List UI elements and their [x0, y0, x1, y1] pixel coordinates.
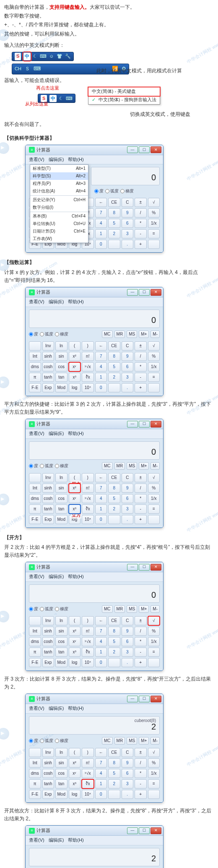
key-Mod[interactable]: Mod [55, 790, 67, 799]
key-8[interactable]: 8 [108, 484, 120, 493]
key-cosh[interactable]: cosh [42, 362, 54, 371]
minimize-button[interactable]: — [127, 146, 138, 153]
key-([interactable]: ( [69, 748, 81, 757]
key-C[interactable]: C [122, 198, 134, 207]
mem-mc[interactable]: MC [102, 330, 113, 338]
key-cos[interactable]: cos [55, 769, 67, 778]
menu-view[interactable]: 查看(V) [29, 573, 44, 581]
menu-view[interactable]: 查看(V) [29, 430, 44, 438]
mem-mplus[interactable]: M+ [139, 605, 149, 613]
key-6[interactable]: 6 [122, 494, 134, 503]
key-Exp[interactable]: Exp [42, 790, 54, 799]
key-1/x[interactable]: 1/x [148, 219, 160, 228]
key-ʸ√x[interactable]: ʸ√x [82, 494, 94, 503]
key-blank[interactable] [108, 515, 120, 524]
key-0[interactable]: 0 [95, 240, 107, 249]
mode-rad[interactable]: 弧度 [40, 462, 53, 470]
menu-item-unit[interactable]: 单位转换(U)Ctrl+U [30, 220, 88, 228]
minimize-button[interactable]: — [127, 564, 138, 571]
key-Exp[interactable]: Exp [42, 383, 54, 392]
key-4[interactable]: 4 [95, 362, 107, 371]
key-±[interactable]: ± [135, 616, 147, 625]
key-n![interactable]: n! [82, 352, 94, 361]
key-1[interactable]: 1 [95, 648, 107, 657]
key-6[interactable]: 6 [122, 637, 134, 646]
menu-item-programmer[interactable]: 程序员(P)Alt+3 [30, 180, 88, 187]
key-2[interactable]: 2 [108, 779, 120, 789]
moon-icon[interactable]: ☾ [59, 95, 63, 102]
key-5[interactable]: 5 [108, 769, 120, 778]
close-button[interactable]: ✕ [151, 827, 161, 834]
key-∛x[interactable]: ∛x [82, 779, 94, 789]
key-π[interactable]: π [29, 504, 41, 514]
mem-mplus[interactable]: M+ [139, 737, 149, 745]
key-9[interactable]: 9 [122, 627, 134, 636]
key-%[interactable]: % [148, 627, 160, 636]
key-/[interactable]: / [135, 208, 147, 218]
key-Exp[interactable]: Exp [42, 515, 54, 524]
mode-grad[interactable]: 梯度 [55, 737, 68, 745]
key-sinh[interactable]: sinh [42, 758, 54, 768]
menu-item-basic[interactable]: 基本(B)Ctrl+F4 [30, 213, 88, 220]
keyboard-icon[interactable]: ⌨ [34, 65, 41, 73]
tool-icon[interactable]: 🔧 [65, 53, 71, 60]
key-.[interactable]: . [122, 790, 134, 799]
key-blank[interactable] [108, 658, 120, 667]
key-)[interactable]: ) [82, 341, 94, 351]
menu-edit[interactable]: 编辑(E) [49, 156, 64, 164]
key-5[interactable]: 5 [108, 637, 120, 646]
key-√[interactable]: √ [148, 341, 160, 351]
key-([interactable]: ( [69, 341, 81, 351]
key-blank[interactable] [148, 383, 160, 392]
key-x³[interactable]: x³ [69, 504, 81, 514]
key-10ˣ[interactable]: 10ˣ [82, 383, 94, 392]
menu-edit[interactable]: 编辑(E) [49, 298, 64, 306]
key-n![interactable]: n! [82, 484, 94, 493]
key-10ˣ[interactable]: 10ˣ [82, 790, 94, 799]
key-C[interactable]: C [122, 748, 134, 757]
key-π[interactable]: π [29, 648, 41, 657]
key-4[interactable]: 4 [95, 637, 107, 646]
key-3[interactable]: 3 [122, 648, 134, 657]
key-1/x[interactable]: 1/x [148, 362, 160, 371]
key-tanh[interactable]: tanh [42, 779, 54, 789]
menu-view[interactable]: 查看(V) [29, 705, 44, 712]
key-blank[interactable] [148, 658, 160, 667]
maximize-button[interactable]: ☐ [139, 827, 150, 834]
key-cosh[interactable]: cosh [42, 769, 54, 778]
key-ʸ√x[interactable]: ʸ√x [82, 637, 94, 646]
key-CE[interactable]: CE [108, 748, 120, 757]
key-xʸ[interactable]: xʸ [69, 362, 81, 371]
key-.[interactable]: . [122, 383, 134, 392]
key-tanh[interactable]: tanh [42, 373, 54, 382]
key-8[interactable]: 8 [108, 758, 120, 768]
key--[interactable]: - [135, 504, 147, 514]
key-sin[interactable]: sin [55, 758, 67, 768]
key-6[interactable]: 6 [122, 362, 134, 371]
key-+[interactable]: + [135, 240, 147, 249]
key-F-E[interactable]: F-E [29, 383, 41, 392]
close-button[interactable]: ✕ [151, 564, 161, 571]
mem-mminus[interactable]: M- [151, 330, 160, 338]
key-7[interactable]: 7 [95, 627, 107, 636]
key-1[interactable]: 1 [95, 373, 107, 382]
mem-mminus[interactable]: M- [151, 737, 160, 745]
mode-rad[interactable]: 弧度 [105, 188, 119, 195]
key-Mod[interactable]: Mod [55, 515, 67, 524]
key-Int[interactable]: Int [29, 627, 41, 636]
mode-deg[interactable]: 度 [29, 330, 38, 338]
menu-view[interactable]: 查看(V) [29, 156, 44, 164]
key-∛x[interactable]: ∛x [82, 648, 94, 657]
lang-ch[interactable]: CH [15, 65, 21, 73]
mem-ms[interactable]: MS [127, 737, 137, 745]
sogou-logo-icon[interactable]: S [25, 66, 30, 72]
key-F-E[interactable]: F-E [29, 515, 41, 524]
mem-mplus[interactable]: M+ [139, 462, 149, 470]
key-2[interactable]: 2 [108, 648, 120, 657]
menu-view[interactable]: 查看(V) [29, 298, 44, 306]
key-7[interactable]: 7 [95, 484, 107, 493]
key-ʸ√x[interactable]: ʸ√x [82, 362, 94, 371]
key-4[interactable]: 4 [95, 219, 107, 228]
key-√[interactable]: √ [148, 198, 160, 207]
key-√[interactable]: √ [148, 748, 160, 757]
